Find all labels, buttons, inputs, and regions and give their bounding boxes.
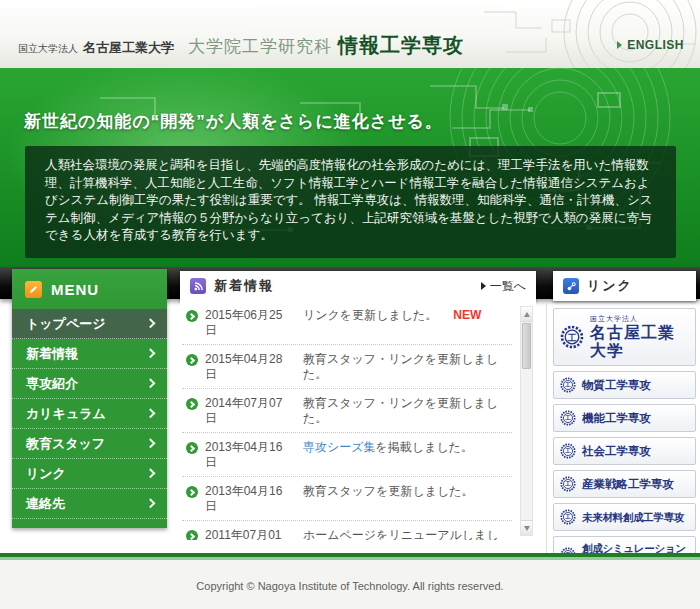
menu-item[interactable]: トップページ xyxy=(12,309,167,339)
link-banner-label: 産業戦略工学専攻 xyxy=(582,478,674,491)
menu-item[interactable]: 連絡先 xyxy=(12,489,167,519)
chevron-right-icon xyxy=(146,408,156,418)
news-row: 2014年07月07日教育スタッフ・リンクを更新しました。 xyxy=(182,389,512,433)
link-banner[interactable]: 工社会工学専攻 xyxy=(553,437,696,465)
svg-text:工: 工 xyxy=(568,333,577,343)
link-banner[interactable]: 工産業戦略工学専攻 xyxy=(553,470,696,498)
svg-text:工: 工 xyxy=(564,381,571,388)
scrollbar[interactable] xyxy=(520,306,533,536)
svg-text:工: 工 xyxy=(564,513,571,520)
news-inline-link[interactable]: 専攻シーズ集 xyxy=(303,440,376,454)
news-text: 教育スタッフを更新しました。 xyxy=(291,484,512,499)
arrow-right-icon xyxy=(617,41,622,49)
arrow-right-icon xyxy=(481,282,486,290)
links-header: リンク xyxy=(553,271,696,301)
news-text: ホームページをリニューアルしました。 xyxy=(291,528,512,540)
link-banner[interactable]: 工物質工学専攻 xyxy=(553,371,696,399)
chevron-right-icon xyxy=(146,498,156,508)
hero-description-panel: 人類社会環境の発展と調和を目指し、先端的高度情報化の社会形成のためには、理工学手… xyxy=(25,146,676,258)
chevron-right-icon xyxy=(146,468,156,478)
university-emblem-icon: 工 xyxy=(560,325,584,349)
university-emblem-icon: 工 xyxy=(560,410,576,426)
scroll-down-button[interactable] xyxy=(521,520,532,535)
link-icon xyxy=(563,278,579,294)
news-title: 新着情報 xyxy=(214,277,274,295)
university-banner-text: 国立大学法人名古屋工業大学 xyxy=(590,314,689,360)
copyright-text: Copyright © Nagoya Institute of Technolo… xyxy=(0,580,700,592)
bullet-arrow-icon xyxy=(186,530,198,540)
hero-description: 人類社会環境の発展と調和を目指し、先端的高度情報化の社会形成のためには、理工学手… xyxy=(45,157,656,245)
menu-item-label: カリキュラム xyxy=(26,405,106,423)
news-date: 2011年07月01日 xyxy=(205,528,291,540)
menu-item-label: 新着情報 xyxy=(26,345,78,363)
bullet-arrow-icon xyxy=(186,442,198,454)
site-brand: 国立大学法人 名古屋工業大学 大学院工学研究科 情報工学専攻 xyxy=(18,32,464,59)
news-list-link[interactable]: 一覧へ xyxy=(481,278,526,295)
news-date: 2015年06月25日 xyxy=(205,308,291,338)
scroll-down-icon xyxy=(524,526,530,531)
pencil-icon xyxy=(25,281,42,298)
news-row: 2015年06月25日リンクを更新しました。NEW xyxy=(182,301,512,345)
footer: Copyright © Nagoya Institute of Technolo… xyxy=(0,560,700,609)
news-feed-icon xyxy=(190,278,206,294)
chevron-right-icon xyxy=(146,378,156,388)
bullet-arrow-icon xyxy=(186,310,198,322)
site-header: 国立大学法人 名古屋工業大学 大学院工学研究科 情報工学専攻 ENGLISH xyxy=(0,0,700,68)
menu-panel: MENU トップページ新着情報専攻紹介カリキュラム教育スタッフリンク連絡先 xyxy=(12,269,167,528)
link-banner[interactable]: 工機能工学専攻 xyxy=(553,404,696,432)
menu-header: MENU xyxy=(12,269,167,309)
news-list: 2015年06月25日リンクを更新しました。NEW2015年04月28日教育スタ… xyxy=(180,301,536,540)
svg-text:工: 工 xyxy=(564,480,571,487)
circuit-pattern-header-decoration xyxy=(470,0,700,68)
menu-item[interactable]: 新着情報 xyxy=(12,339,167,369)
news-date: 2013年04月16日 xyxy=(205,440,291,470)
svg-text:工: 工 xyxy=(564,414,571,421)
news-date: 2014年07月07日 xyxy=(205,396,291,426)
page: 国立大学法人 名古屋工業大学 大学院工学研究科 情報工学専攻 ENGLISH xyxy=(0,0,700,609)
chevron-right-icon xyxy=(146,318,156,328)
menu-item[interactable]: 教育スタッフ xyxy=(12,429,167,459)
link-banner-label: 社会工学専攻 xyxy=(582,445,651,458)
link-banner-university[interactable]: 工国立大学法人名古屋工業大学 xyxy=(553,308,696,366)
bullet-arrow-icon xyxy=(186,398,198,410)
news-list-link-label: 一覧へ xyxy=(490,278,526,295)
menu-list: トップページ新着情報専攻紹介カリキュラム教育スタッフリンク連絡先 xyxy=(12,309,167,519)
bullet-arrow-icon xyxy=(186,354,198,366)
svg-text:工: 工 xyxy=(564,447,571,454)
menu-item[interactable]: リンク xyxy=(12,459,167,489)
university-name: 名古屋工業大学 xyxy=(83,39,174,57)
news-row: 2013年04月16日教育スタッフを更新しました。 xyxy=(182,477,512,521)
link-banner-label: 機能工学専攻 xyxy=(582,412,651,425)
news-row: 2015年04月28日教育スタッフ・リンクを更新しました。 xyxy=(182,345,512,389)
menu-item-label: トップページ xyxy=(26,315,106,333)
news-text: 教育スタッフ・リンクを更新しました。 xyxy=(291,352,512,382)
scrollbar-thumb[interactable] xyxy=(522,323,531,369)
chevron-right-icon xyxy=(146,438,156,448)
link-banner-label: 物質工学専攻 xyxy=(582,379,651,392)
english-link[interactable]: ENGLISH xyxy=(617,38,684,52)
menu-item-label: 連絡先 xyxy=(26,495,65,513)
department-name: 情報工学専攻 xyxy=(338,32,464,59)
news-text: 教育スタッフ・リンクを更新しました。 xyxy=(291,396,512,426)
news-list-panel: 2015年06月25日リンクを更新しました。NEW2015年04月28日教育スタ… xyxy=(180,301,536,540)
english-link-label: ENGLISH xyxy=(627,38,684,52)
banner-org-label: 国立大学法人 xyxy=(590,314,689,324)
scroll-up-button[interactable] xyxy=(521,307,532,322)
banner-university-name: 名古屋工業大学 xyxy=(590,324,675,359)
org-label: 国立大学法人 xyxy=(18,42,78,56)
hero-headline: 新世紀の知能の“開発”が人類をさらに進化させる。 xyxy=(24,110,443,133)
menu-item[interactable]: カリキュラム xyxy=(12,399,167,429)
link-banner-label: 未来材料創成工学専攻 xyxy=(582,511,684,524)
link-banner[interactable]: 工未来材料創成工学専攻 xyxy=(553,503,696,531)
news-row: 2011年07月01日ホームページをリニューアルしました。 xyxy=(182,521,512,540)
hero-section: 新世紀の知能の“開発”が人類をさらに進化させる。 人類社会環境の発展と調和を目指… xyxy=(0,68,700,267)
menu-item[interactable]: 専攻紹介 xyxy=(12,369,167,399)
news-date: 2015年04月28日 xyxy=(205,352,291,382)
university-emblem-icon: 工 xyxy=(560,443,576,459)
menu-item-label: リンク xyxy=(26,465,66,483)
new-badge: NEW xyxy=(453,308,481,322)
news-text: 専攻シーズ集を掲載しました。 xyxy=(291,440,512,455)
menu-title: MENU xyxy=(51,281,99,298)
graduate-school-name: 大学院工学研究科 xyxy=(188,35,332,58)
news-date: 2013年04月16日 xyxy=(205,484,291,514)
